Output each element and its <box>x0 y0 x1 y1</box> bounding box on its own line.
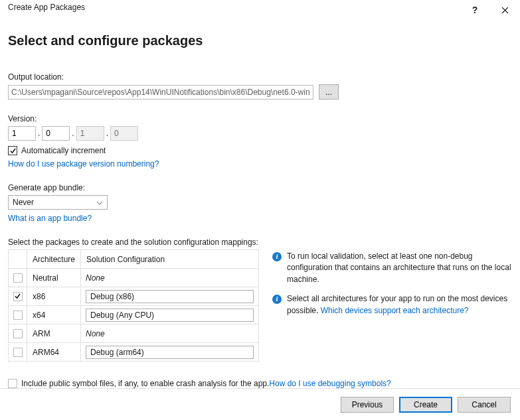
auto-increment-checkbox[interactable] <box>8 146 17 155</box>
close-icon <box>501 7 509 14</box>
version-major-input[interactable] <box>8 126 36 141</box>
arch-name: Neutral <box>27 269 81 287</box>
info-text-validation: To run local validation, select at least… <box>287 251 512 285</box>
titlebar: Create App Packages ? <box>0 0 520 20</box>
version-label: Version: <box>8 114 512 123</box>
arch-name: ARM <box>27 324 81 343</box>
info-text-architectures: Select all architectures for your app to… <box>287 293 512 316</box>
symbols-help-link[interactable]: How do I use debugging symbols? <box>269 379 390 388</box>
cfg-value: None <box>86 329 105 338</box>
browse-button[interactable]: ... <box>319 84 339 100</box>
chevron-down-icon <box>94 198 105 207</box>
arch-name: ARM64 <box>27 343 81 362</box>
include-symbols-label: Include public symbol files, if any, to … <box>21 379 269 388</box>
page-title: Select and configure packages <box>8 33 512 48</box>
previous-button[interactable]: Previous <box>341 397 394 413</box>
bundle-dropdown[interactable]: Never <box>8 195 108 210</box>
arch-checkbox-x86[interactable] <box>13 292 23 301</box>
info-icon: i <box>272 252 282 261</box>
table-row: ARM64Debug (arm64) <box>9 343 259 362</box>
bundle-help-link[interactable]: What is an app bundle? <box>8 214 92 223</box>
cfg-dropdown-value: Debug (Any CPU) <box>90 311 154 320</box>
create-button[interactable]: Create <box>399 397 452 413</box>
include-symbols-checkbox[interactable] <box>8 379 17 388</box>
architecture-table: Architecture Solution Configuration Neut… <box>8 249 259 362</box>
mapping-label: Select the packages to create and the so… <box>8 238 512 247</box>
table-row: x64Debug (Any CPU) <box>9 306 259 324</box>
cfg-dropdown-x64[interactable]: Debug (Any CPU) <box>86 309 254 322</box>
arch-name: x86 <box>27 287 81 306</box>
cancel-button[interactable]: Cancel <box>458 397 511 413</box>
arch-checkbox-neutral[interactable] <box>13 273 23 283</box>
arch-name: x64 <box>27 306 81 324</box>
cfg-dropdown-arm64[interactable]: Debug (arm64) <box>86 346 254 359</box>
table-row: NeutralNone <box>9 269 259 287</box>
bundle-label: Generate app bundle: <box>8 183 512 192</box>
footer: Previous Create Cancel <box>0 388 520 420</box>
version-help-link[interactable]: How do I use package version numbering? <box>8 159 159 169</box>
table-row: ARMNone <box>9 324 259 343</box>
col-architecture: Architecture <box>27 250 81 269</box>
bundle-dropdown-value: Never <box>13 198 34 207</box>
close-button[interactable] <box>489 0 520 20</box>
output-location-input[interactable] <box>8 85 313 100</box>
table-row: x86Debug (x86) <box>9 287 259 306</box>
devices-support-link[interactable]: Which devices support each architecture? <box>321 306 469 315</box>
info-icon: i <box>272 295 282 304</box>
version-rev-input <box>110 126 138 141</box>
arch-checkbox-arm64[interactable] <box>13 348 23 357</box>
window-title: Create App Packages <box>8 3 85 12</box>
arch-checkbox-arm[interactable] <box>13 329 23 338</box>
arch-checkbox-x64[interactable] <box>13 311 23 320</box>
cfg-value: None <box>86 273 105 283</box>
help-button[interactable]: ? <box>460 0 489 20</box>
cfg-dropdown-value: Debug (x86) <box>90 292 134 301</box>
col-configuration: Solution Configuration <box>81 250 259 269</box>
version-build-input <box>76 126 104 141</box>
cfg-dropdown-value: Debug (arm64) <box>90 348 144 357</box>
output-location-label: Output location: <box>8 72 512 82</box>
auto-increment-label: Automatically increment <box>21 146 106 155</box>
cfg-dropdown-x86[interactable]: Debug (x86) <box>86 290 254 303</box>
version-minor-input[interactable] <box>42 126 70 141</box>
